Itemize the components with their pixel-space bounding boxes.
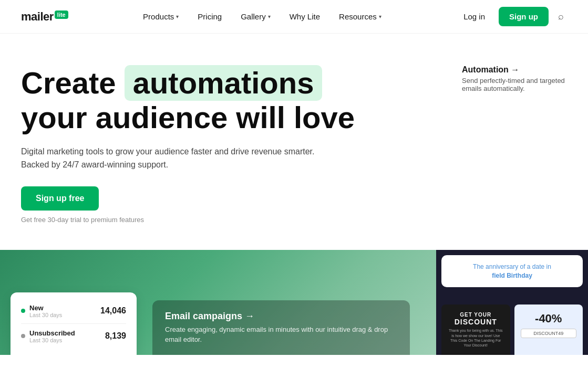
hero-highlight: automations — [125, 65, 323, 101]
email-campaigns-desc: Create engaging, dynamic emails in minut… — [165, 325, 397, 344]
discount-row: GET YOUR DISCOUNT Thank you for being wi… — [441, 304, 583, 354]
unsub-dot — [21, 334, 25, 338]
automation-callout: Automation → Send perfectly-timed and ta… — [462, 65, 567, 92]
stat-unsub-count: 8,139 — [105, 331, 126, 341]
discount-code: DISCOUNT49 — [521, 329, 577, 338]
new-dot — [21, 309, 25, 313]
nav-links: Products ▾ Pricing Gallery ▾ Why Lite Re… — [136, 8, 389, 25]
hero-subtitle: Digital marketing tools to grow your aud… — [21, 145, 336, 172]
email-campaigns-panel: Email campaigns → Create engaging, dynam… — [152, 300, 410, 354]
discount-get: GET YOUR — [448, 312, 504, 318]
hero-title: Create automations your audience will lo… — [21, 65, 389, 134]
email-campaigns-title: Email campaigns → — [165, 311, 397, 322]
automation-title: Automation → — [462, 65, 567, 75]
stat-new-label: New — [29, 304, 100, 312]
right-area: The anniversary of a date in field Birth… — [436, 250, 588, 355]
stat-unsub-label-group: Unsubscribed Last 30 days — [29, 329, 105, 343]
hero-content: Create automations your audience will lo… — [21, 65, 389, 224]
green-area: New Last 30 days 14,046 Unsubscribed Las… — [0, 250, 436, 355]
logo-lite: lite — [55, 10, 68, 19]
bottom-preview: New Last 30 days 14,046 Unsubscribed Las… — [0, 250, 588, 355]
discount-desc: Thank you for being with us. This is how… — [448, 328, 504, 347]
nav-why-lite[interactable]: Why Lite — [282, 8, 327, 25]
discount-black-card: GET YOUR DISCOUNT Thank you for being wi… — [441, 304, 510, 354]
anniversary-card: The anniversary of a date in field Birth… — [441, 255, 583, 288]
birthday-field: field Birthday — [492, 272, 532, 279]
nav-products[interactable]: Products ▾ — [136, 8, 186, 25]
stat-row-unsub: Unsubscribed Last 30 days 8,139 — [21, 326, 126, 346]
discount-percent: -40% — [521, 312, 577, 326]
stat-new-count: 14,046 — [100, 306, 126, 316]
discount-blue-card: -40% DISCOUNT49 — [514, 304, 583, 354]
search-icon[interactable]: ⌕ — [555, 8, 567, 25]
nav-actions: Log in Sign up ⌕ — [456, 7, 567, 26]
chevron-down-icon: ▾ — [268, 14, 271, 19]
nav-resources[interactable]: Resources ▾ — [332, 8, 389, 25]
stat-new-label-group: New Last 30 days — [29, 304, 100, 318]
stat-unsub-period: Last 30 days — [29, 337, 105, 343]
stat-new-period: Last 30 days — [29, 312, 100, 318]
trial-text: Get free 30-day trial to premium feature… — [21, 216, 389, 224]
navbar: mailerlite Products ▾ Pricing Gallery ▾ … — [0, 0, 588, 34]
nav-pricing[interactable]: Pricing — [190, 8, 229, 25]
signup-free-button[interactable]: Sign up free — [21, 186, 99, 211]
stat-row-new: New Last 30 days 14,046 — [21, 301, 126, 321]
nav-gallery[interactable]: Gallery ▾ — [233, 8, 278, 25]
stats-card: New Last 30 days 14,046 Unsubscribed Las… — [11, 292, 137, 355]
stat-unsub-label: Unsubscribed — [29, 329, 105, 337]
login-button[interactable]: Log in — [456, 8, 492, 25]
discount-word: DISCOUNT — [448, 318, 504, 326]
anniversary-text: The anniversary of a date in field Birth… — [450, 262, 574, 280]
chevron-down-icon: ▾ — [176, 14, 179, 19]
logo[interactable]: mailerlite — [21, 10, 68, 24]
hero-section: Create automations your audience will lo… — [0, 34, 588, 224]
logo-mailer: mailer — [21, 10, 54, 24]
chevron-down-icon: ▾ — [379, 14, 381, 19]
signup-button[interactable]: Sign up — [499, 7, 549, 26]
automation-desc: Send perfectly-timed and targeted emails… — [462, 77, 567, 92]
stat-divider — [21, 323, 126, 324]
